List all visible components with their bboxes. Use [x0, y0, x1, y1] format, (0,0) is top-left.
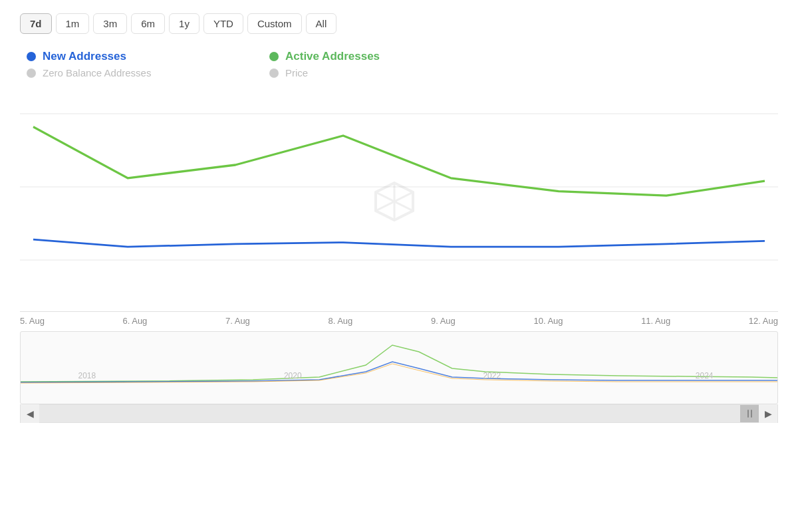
x-label-9.-aug: 9. Aug	[431, 316, 456, 326]
legend-item-active-addresses[interactable]: Active Addresses	[269, 50, 485, 63]
legend-label-active-addresses: Active Addresses	[285, 50, 380, 63]
time-btn-custom[interactable]: Custom	[247, 13, 302, 34]
time-btn-3m[interactable]: 3m	[93, 13, 127, 34]
range-handle-right[interactable]	[740, 405, 759, 422]
time-controls: 7d1m3m6m1yYTDCustomAll	[20, 13, 778, 34]
legend-dot-zero-balance-addresses	[27, 68, 36, 78]
range-nav-track	[39, 405, 759, 422]
legend-dot-new-addresses	[27, 52, 36, 61]
x-label-6.-aug: 6. Aug	[122, 316, 147, 326]
x-label-7.-aug: 7. Aug	[225, 316, 250, 326]
legend-label-zero-balance-addresses: Zero Balance Addresses	[43, 67, 151, 78]
x-label-10.-aug: 10. Aug	[533, 316, 563, 326]
time-btn-ytd[interactable]: YTD	[203, 13, 243, 34]
range-handle-bar	[751, 410, 752, 418]
legend: New AddressesActive AddressesZero Balanc…	[20, 50, 485, 78]
legend-dot-price	[269, 68, 279, 78]
range-chart-svg: 2018 2020 2022 2024	[21, 332, 777, 385]
legend-dot-active-addresses	[269, 52, 279, 61]
time-btn-all[interactable]: All	[306, 13, 337, 34]
x-axis: 5. Aug6. Aug7. Aug8. Aug9. Aug10. Aug11.…	[20, 311, 778, 326]
range-nav-left-button[interactable]: ◀	[21, 404, 39, 423]
chart-area	[20, 92, 778, 311]
time-btn-6m[interactable]: 6m	[131, 13, 165, 34]
time-btn-1m[interactable]: 1m	[56, 13, 90, 34]
time-btn-7d[interactable]: 7d	[20, 13, 52, 34]
svg-text:2020: 2020	[284, 371, 302, 380]
legend-item-new-addresses[interactable]: New Addresses	[27, 50, 243, 63]
page-container: 7d1m3m6m1yYTDCustomAll New AddressesActi…	[0, 0, 798, 532]
chart-wrapper: 5. Aug6. Aug7. Aug8. Aug9. Aug10. Aug11.…	[20, 92, 778, 326]
x-label-12.-aug: 12. Aug	[749, 316, 778, 326]
range-nav-right-button[interactable]: ▶	[759, 404, 777, 423]
svg-text:2024: 2024	[696, 371, 714, 380]
x-label-8.-aug: 8. Aug	[328, 316, 352, 326]
x-label-5.-aug: 5. Aug	[20, 316, 45, 326]
range-handle-bar	[747, 410, 749, 418]
range-selector-wrapper: 2018 2020 2022 2024 ◀ ▶	[20, 331, 778, 423]
range-nav: ◀ ▶	[20, 404, 778, 423]
x-label-11.-aug: 11. Aug	[641, 316, 670, 326]
svg-text:2018: 2018	[78, 371, 96, 380]
legend-label-new-addresses: New Addresses	[43, 50, 126, 63]
legend-label-price: Price	[285, 67, 308, 78]
main-chart-svg	[20, 92, 778, 311]
svg-text:2022: 2022	[483, 371, 501, 380]
legend-item-zero-balance-addresses[interactable]: Zero Balance Addresses	[27, 67, 243, 78]
range-selector[interactable]: 2018 2020 2022 2024	[20, 331, 778, 404]
time-btn-1y[interactable]: 1y	[169, 13, 200, 34]
legend-item-price[interactable]: Price	[269, 67, 485, 78]
